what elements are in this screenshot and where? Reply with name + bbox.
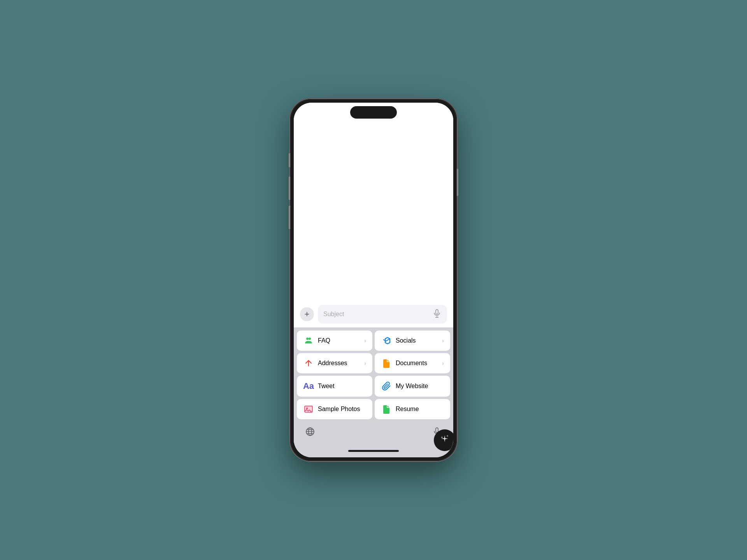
volume-up-button[interactable] [289,177,290,200]
subject-row: + [294,301,453,327]
subject-input[interactable] [323,311,429,318]
home-indicator [294,444,453,457]
sparkle-icon [440,434,450,446]
svg-rect-5 [305,406,312,412]
samplephotos-label: Sample Photos [318,406,362,413]
documents-label: Documents [396,360,438,367]
shortcut-socials[interactable]: Socials › [375,331,450,351]
home-bar [348,450,399,452]
documents-chevron: › [442,360,444,366]
globe-button[interactable] [302,423,319,440]
faq-label: FAQ [318,337,360,344]
samplephotos-icon [303,404,314,414]
volume-down-button[interactable] [289,206,290,229]
shortcuts-grid: FAQ › Socials › [294,327,453,421]
svg-point-4 [309,338,311,340]
mywebsite-label: My Website [396,383,440,390]
socials-label: Socials [396,337,438,344]
svg-rect-0 [436,310,438,314]
resume-icon [381,404,392,414]
mywebsite-icon [381,382,392,391]
faq-chevron: › [364,338,366,344]
shortcut-resume[interactable]: Resume [375,399,450,419]
addresses-icon [303,359,314,368]
subject-input-wrap [318,305,447,324]
documents-icon [381,359,392,368]
phone-top-bar [294,103,453,122]
addresses-label: Addresses [318,360,360,367]
shortcut-tweet[interactable]: Aa Tweet [297,376,372,397]
svg-point-7 [306,408,308,409]
resume-label: Resume [396,406,440,413]
keyboard-bottom-row [294,421,453,444]
mute-switch[interactable] [289,153,290,167]
mic-icon-small [432,309,442,320]
plus-icon: + [305,310,310,318]
sparkle-fab[interactable] [434,429,453,451]
shortcut-documents[interactable]: Documents › [375,353,450,373]
tweet-label: Tweet [318,383,362,390]
shortcut-mywebsite[interactable]: My Website [375,376,450,397]
dynamic-island [350,106,397,119]
phone-screen: + [294,103,453,457]
plus-button[interactable]: + [300,307,314,321]
shortcut-samplephotos[interactable]: Sample Photos [297,399,372,419]
email-compose-area: + [294,122,453,327]
shortcut-faq[interactable]: FAQ › [297,331,372,351]
svg-point-3 [306,338,309,340]
tweet-icon: Aa [303,381,314,391]
keyboard-area: FAQ › Socials › [294,327,453,444]
socials-chevron: › [442,338,444,344]
socials-icon [381,336,392,345]
phone-frame: + [290,99,457,461]
shortcut-addresses[interactable]: Addresses › [297,353,372,373]
faq-icon [303,336,314,345]
power-button[interactable] [457,169,458,196]
addresses-chevron: › [364,360,366,366]
